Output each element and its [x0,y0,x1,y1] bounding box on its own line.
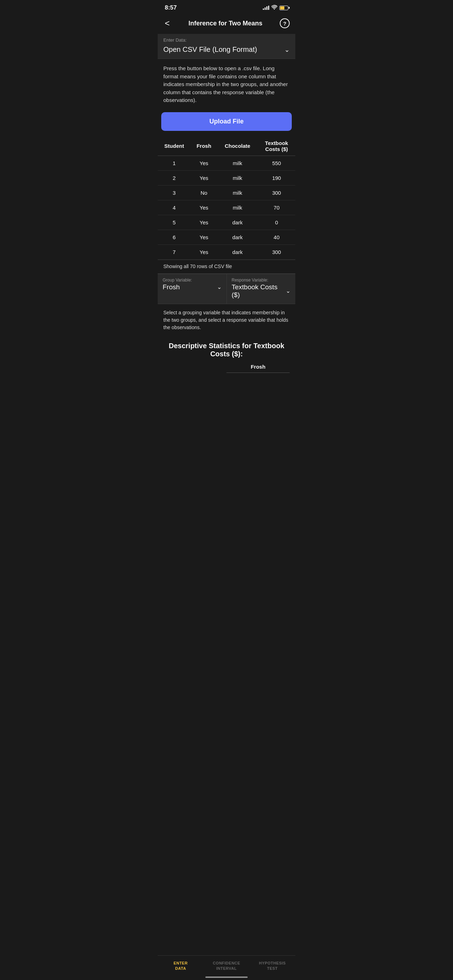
wifi-icon [271,5,277,11]
group-variable-value: Frosh [163,283,180,291]
group-variable-selector[interactable]: Group Variable: Frosh ⌄ [158,274,227,304]
status-time: 8:57 [165,4,177,11]
group-variable-row: Frosh ⌄ [163,283,222,291]
data-table-wrapper: Student Frosh Chocolate TextbookCosts ($… [158,137,295,274]
group-variable-label: Group Variable: [163,278,222,283]
csv-format-value: Open CSV File (Long Format) [163,46,257,54]
response-variable-label: Response Variable: [232,278,291,283]
desc-stats-heading: Descriptive Statistics for Textbook Cost… [158,336,295,361]
battery-icon [280,6,288,10]
table-row: 4 Yes milk 70 [158,200,295,215]
table-row: 3 No milk 300 [158,185,295,200]
nav-bar: < Inference for Two Means ? [158,14,295,34]
cell-frosh: Yes [191,215,217,230]
stats-frosh-header: Frosh [227,364,290,373]
table-row: 5 Yes dark 0 [158,215,295,230]
cell-student: 5 [158,215,191,230]
cell-frosh: Yes [191,200,217,215]
cell-student: 6 [158,230,191,245]
cell-frosh: Yes [191,156,217,170]
col-chocolate: Chocolate [217,137,258,156]
response-variable-selector[interactable]: Response Variable: Textbook Costs ($) ⌄ [227,274,296,304]
grouping-description: Select a grouping variable that indicate… [158,304,295,336]
col-textbook-costs: TextbookCosts ($) [258,137,295,156]
dropdown-arrow-icon: ⌄ [285,46,290,54]
cell-student: 4 [158,200,191,215]
cell-student: 7 [158,245,191,259]
cell-chocolate: dark [217,230,258,245]
col-student: Student [158,137,191,156]
status-icons [263,5,288,11]
cell-frosh: Yes [191,230,217,245]
col-frosh: Frosh [191,137,217,156]
page-title: Inference for Two Means [171,20,280,27]
status-bar: 8:57 [158,0,295,14]
cell-student: 1 [158,156,191,170]
cell-cost: 300 [258,185,295,200]
cell-cost: 190 [258,170,295,185]
table-row: 7 Yes dark 300 [158,245,295,259]
cell-frosh: Yes [191,245,217,259]
stats-empty-cell [163,364,227,373]
response-variable-row: Textbook Costs ($) ⌄ [232,283,291,299]
cell-cost: 0 [258,215,295,230]
cell-chocolate: milk [217,156,258,170]
cell-chocolate: dark [217,215,258,230]
showing-rows-text: Showing all 70 rows of CSV file [158,259,295,274]
data-table: Student Frosh Chocolate TextbookCosts ($… [158,137,295,259]
description-text: Press the button below to open a .csv fi… [158,59,295,110]
table-row: 1 Yes milk 550 [158,156,295,170]
cell-frosh: No [191,185,217,200]
cell-cost: 70 [258,200,295,215]
stats-header-row: Frosh [158,361,295,373]
cell-chocolate: dark [217,245,258,259]
cell-student: 3 [158,185,191,200]
response-variable-arrow-icon: ⌄ [286,288,290,294]
table-header-row: Student Frosh Chocolate TextbookCosts ($… [158,137,295,156]
cell-cost: 40 [258,230,295,245]
group-variable-arrow-icon: ⌄ [217,284,222,290]
signal-icon [263,6,269,10]
cell-cost: 300 [258,245,295,259]
csv-format-dropdown[interactable]: Open CSV File (Long Format) ⌄ [158,43,295,59]
variable-selectors: Group Variable: Frosh ⌄ Response Variabl… [158,274,295,304]
cell-chocolate: milk [217,185,258,200]
cell-chocolate: milk [217,170,258,185]
table-row: 6 Yes dark 40 [158,230,295,245]
cell-cost: 550 [258,156,295,170]
table-row: 2 Yes milk 190 [158,170,295,185]
enter-data-label: Enter Data: [158,34,295,43]
upload-file-button[interactable]: Upload File [161,112,292,131]
back-button[interactable]: < [163,17,171,30]
cell-frosh: Yes [191,170,217,185]
response-variable-value: Textbook Costs ($) [232,283,286,299]
enter-data-section: Enter Data: Open CSV File (Long Format) … [158,34,295,59]
help-button[interactable]: ? [280,18,290,28]
cell-student: 2 [158,170,191,185]
cell-chocolate: milk [217,200,258,215]
